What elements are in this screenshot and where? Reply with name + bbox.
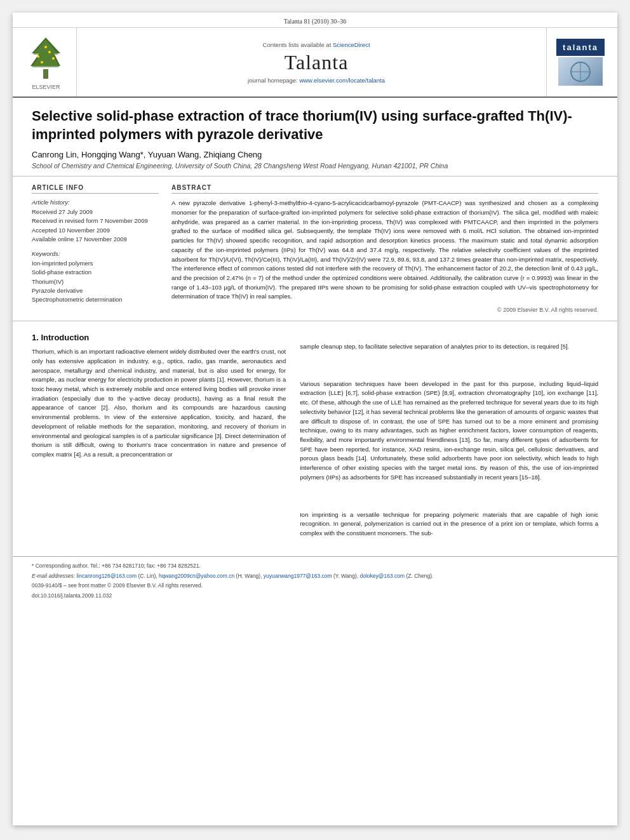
abstract-panel: Abstract A new pyrazole derivative 1-phe… <box>171 184 598 313</box>
journal-homepage-line: journal homepage: www.elsevier.com/locat… <box>248 77 385 84</box>
keywords-title: Keywords: <box>32 250 159 257</box>
issn-footnote: 0039-9140/$ – see front matter © 2009 El… <box>32 582 598 590</box>
svg-point-6 <box>52 57 55 60</box>
intro-right-p3: Ion imprinting is a versatile technique … <box>300 511 598 537</box>
info-abstract-columns: Article Info Article history: Received 2… <box>13 177 617 321</box>
keyword-4: Pyrazole derivative <box>32 286 159 295</box>
body-content-area: 1. Introduction Thorium, which is an imp… <box>13 321 617 556</box>
keyword-1: Ion-imprinted polymers <box>32 259 159 268</box>
journal-issue-header: Talanta 81 (2010) 30–36 <box>13 13 617 28</box>
author-affiliation: School of Chemistry and Chemical Enginee… <box>32 162 598 170</box>
corresponding-author-footnote: * Corresponding author. Tel.: +86 734 82… <box>32 562 598 570</box>
body-col-left: 1. Introduction Thorium, which is an imp… <box>32 333 286 543</box>
author-list: Canrong Lin, Hongqing Wang*, Yuyuan Wang… <box>32 150 598 159</box>
history-title: Article history: <box>32 199 159 206</box>
intro-col-right-text: sample cleanup step, to facilitate selec… <box>300 333 598 538</box>
talanta-sub-image <box>558 57 603 86</box>
abstract-heading: Abstract <box>171 184 598 194</box>
keywords-block: Keywords: Ion-imprinted polymers Solid-p… <box>32 250 159 304</box>
svg-point-7 <box>41 61 43 63</box>
received-date: Received 27 July 2009 <box>32 208 159 217</box>
contents-available-line: Contents lists available at ScienceDirec… <box>263 41 370 48</box>
article-info-panel: Article Info Article history: Received 2… <box>32 184 159 313</box>
talanta-brand-box: talanta <box>556 39 605 56</box>
talanta-decoration-icon <box>561 59 600 84</box>
intro-heading: 1. Introduction <box>32 333 286 342</box>
journal-masthead: ELSEVIER Contents lists available at Sci… <box>13 28 617 98</box>
svg-rect-1 <box>43 69 48 79</box>
revised-date: Received in revised form 7 November 2009 <box>32 217 159 225</box>
doi-footnote: doi:10.1016/j.talanta.2009.11.032 <box>32 592 598 600</box>
svg-point-5 <box>44 46 47 48</box>
sciencedirect-link[interactable]: ScienceDirect <box>333 41 370 48</box>
homepage-url-link[interactable]: www.elsevier.com/locate/talanta <box>299 77 385 84</box>
copyright-line: © 2009 Elsevier B.V. All rights reserved… <box>171 307 598 313</box>
journal-issue-text: Talanta 81 (2010) 30–36 <box>284 18 346 25</box>
article-history-block: Article history: Received 27 July 2009 R… <box>32 199 159 244</box>
elsevier-label: ELSEVIER <box>32 84 60 90</box>
keyword-2: Solid-phase extraction <box>32 268 159 277</box>
keyword-3: Thorium(IV) <box>32 277 159 286</box>
elsevier-logo: ELSEVIER <box>25 28 77 97</box>
abstract-text: A new pyrazole derivative 1-phenyl-3-met… <box>171 199 598 302</box>
accepted-date: Accepted 10 November 2009 <box>32 226 159 235</box>
keyword-5: Spectrophotometric determination <box>32 295 159 304</box>
footnote-area: * Corresponding author. Tel.: +86 734 82… <box>13 556 617 610</box>
intro-right-p1: sample cleanup step, to facilitate selec… <box>300 343 569 350</box>
journal-title: Talanta <box>285 51 349 74</box>
available-date: Available online 17 November 2009 <box>32 235 159 244</box>
svg-point-4 <box>37 55 39 58</box>
intro-right-p2: Various separation techniques have been … <box>300 380 598 481</box>
article-page: Talanta 81 (2010) 30–36 ELSEVIER <box>13 13 617 825</box>
intro-col-left-text: Thorium, which is an important radioacti… <box>32 347 286 460</box>
email-footnote: E-mail addresses: lincanrong126@163.com … <box>32 572 598 580</box>
article-title-section: Selective solid-phase extraction of trac… <box>13 98 617 177</box>
elsevier-tree-icon <box>25 34 67 82</box>
body-col-right: sample cleanup step, to facilitate selec… <box>300 333 598 543</box>
journal-center-info: Contents lists available at ScienceDirec… <box>86 28 546 97</box>
article-info-heading: Article Info <box>32 184 159 194</box>
talanta-logo-box: talanta <box>546 28 605 97</box>
svg-point-8 <box>48 51 51 53</box>
article-title: Selective solid-phase extraction of trac… <box>32 107 598 143</box>
